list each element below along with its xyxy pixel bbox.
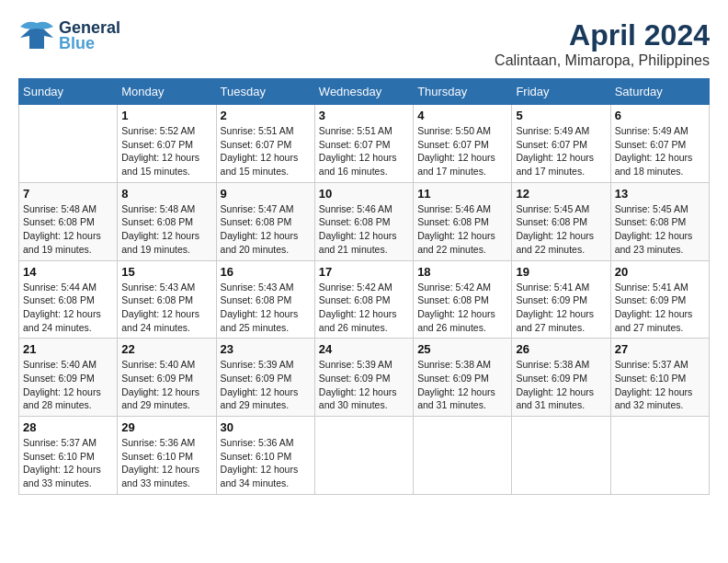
day-info: Sunrise: 5:47 AMSunset: 6:08 PMDaylight:… — [221, 202, 311, 257]
day-info: Sunrise: 5:37 AMSunset: 6:10 PMDaylight:… — [23, 436, 113, 490]
calendar-week-3: 14Sunrise: 5:44 AMSunset: 6:08 PMDayligh… — [19, 260, 710, 339]
day-info: Sunrise: 5:38 AMSunset: 6:09 PMDaylight:… — [417, 358, 507, 412]
day-info: Sunrise: 5:49 AMSunset: 6:07 PMDaylight:… — [615, 124, 705, 178]
day-info: Sunrise: 5:46 AMSunset: 6:08 PMDaylight:… — [417, 202, 507, 257]
calendar-cell: 13Sunrise: 5:45 AMSunset: 6:08 PMDayligh… — [610, 182, 709, 260]
day-info: Sunrise: 5:38 AMSunset: 6:09 PMDaylight:… — [516, 358, 606, 412]
day-info: Sunrise: 5:41 AMSunset: 6:09 PMDaylight:… — [615, 281, 705, 335]
calendar-cell: 15Sunrise: 5:43 AMSunset: 6:08 PMDayligh… — [118, 260, 216, 339]
day-number: 22 — [121, 342, 211, 356]
day-info: Sunrise: 5:37 AMSunset: 6:10 PMDaylight:… — [615, 358, 705, 412]
day-number: 16 — [221, 265, 311, 279]
calendar-cell — [19, 105, 118, 183]
day-number: 7 — [23, 187, 113, 201]
day-info: Sunrise: 5:48 AMSunset: 6:08 PMDaylight:… — [23, 202, 113, 257]
page-header: General Blue April 2024 Calintaan, Mimar… — [18, 18, 710, 69]
day-number: 24 — [319, 342, 409, 356]
calendar-cell: 26Sunrise: 5:38 AMSunset: 6:09 PMDayligh… — [512, 339, 610, 417]
day-number: 18 — [417, 265, 507, 279]
day-number: 1 — [121, 109, 211, 122]
calendar-cell: 14Sunrise: 5:44 AMSunset: 6:08 PMDayligh… — [19, 260, 118, 339]
calendar-cell: 8Sunrise: 5:48 AMSunset: 6:08 PMDaylight… — [118, 182, 216, 260]
title-block: April 2024 Calintaan, Mimaropa, Philippi… — [495, 18, 710, 69]
day-number: 25 — [417, 342, 507, 356]
day-number: 3 — [319, 109, 409, 122]
calendar-week-1: 1Sunrise: 5:52 AMSunset: 6:07 PMDaylight… — [19, 105, 710, 183]
calendar-header-row: SundayMondayTuesdayWednesdayThursdayFrid… — [19, 79, 710, 105]
day-number: 4 — [417, 109, 507, 122]
day-info: Sunrise: 5:52 AMSunset: 6:07 PMDaylight:… — [121, 124, 211, 178]
calendar-cell: 11Sunrise: 5:46 AMSunset: 6:08 PMDayligh… — [414, 182, 512, 260]
day-info: Sunrise: 5:40 AMSunset: 6:09 PMDaylight:… — [23, 358, 113, 412]
day-number: 27 — [615, 342, 705, 356]
day-number: 21 — [23, 342, 113, 356]
day-info: Sunrise: 5:49 AMSunset: 6:07 PMDaylight:… — [516, 124, 606, 178]
day-header-wednesday: Wednesday — [314, 79, 413, 105]
day-info: Sunrise: 5:46 AMSunset: 6:08 PMDaylight:… — [319, 202, 409, 257]
calendar-week-5: 28Sunrise: 5:37 AMSunset: 6:10 PMDayligh… — [19, 417, 710, 495]
day-number: 17 — [319, 265, 409, 279]
calendar-cell — [314, 417, 413, 495]
day-number: 29 — [121, 420, 211, 434]
day-number: 19 — [516, 265, 606, 279]
day-header-tuesday: Tuesday — [216, 79, 314, 105]
day-number: 28 — [23, 420, 113, 434]
calendar-cell: 29Sunrise: 5:36 AMSunset: 6:10 PMDayligh… — [118, 417, 216, 495]
calendar-cell: 18Sunrise: 5:42 AMSunset: 6:08 PMDayligh… — [414, 260, 512, 339]
calendar-cell — [414, 417, 512, 495]
day-info: Sunrise: 5:42 AMSunset: 6:08 PMDaylight:… — [319, 281, 409, 335]
logo-icon — [18, 19, 55, 52]
day-number: 6 — [615, 109, 705, 122]
day-number: 11 — [417, 187, 507, 201]
calendar-cell: 16Sunrise: 5:43 AMSunset: 6:08 PMDayligh… — [216, 260, 314, 339]
page-subtitle: Calintaan, Mimaropa, Philippines — [495, 52, 710, 69]
day-number: 9 — [221, 187, 311, 201]
day-number: 13 — [615, 187, 705, 201]
day-info: Sunrise: 5:43 AMSunset: 6:08 PMDaylight:… — [121, 281, 211, 335]
calendar-cell: 6Sunrise: 5:49 AMSunset: 6:07 PMDaylight… — [610, 105, 709, 183]
day-number: 12 — [516, 187, 606, 201]
day-info: Sunrise: 5:48 AMSunset: 6:08 PMDaylight:… — [121, 202, 211, 257]
day-header-monday: Monday — [118, 79, 216, 105]
logo: General Blue — [18, 18, 120, 53]
page-title: April 2024 — [495, 18, 710, 52]
calendar-cell: 17Sunrise: 5:42 AMSunset: 6:08 PMDayligh… — [314, 260, 413, 339]
day-number: 10 — [319, 187, 409, 201]
day-info: Sunrise: 5:39 AMSunset: 6:09 PMDaylight:… — [221, 358, 311, 412]
day-info: Sunrise: 5:40 AMSunset: 6:09 PMDaylight:… — [121, 358, 211, 412]
day-number: 20 — [615, 265, 705, 279]
calendar-cell: 9Sunrise: 5:47 AMSunset: 6:08 PMDaylight… — [216, 182, 314, 260]
calendar-cell: 20Sunrise: 5:41 AMSunset: 6:09 PMDayligh… — [610, 260, 709, 339]
day-info: Sunrise: 5:36 AMSunset: 6:10 PMDaylight:… — [121, 436, 211, 490]
day-number: 2 — [221, 109, 311, 122]
calendar-cell: 4Sunrise: 5:50 AMSunset: 6:07 PMDaylight… — [414, 105, 512, 183]
day-header-saturday: Saturday — [610, 79, 709, 105]
day-number: 8 — [121, 187, 211, 201]
calendar-cell — [610, 417, 709, 495]
calendar-cell: 12Sunrise: 5:45 AMSunset: 6:08 PMDayligh… — [512, 182, 610, 260]
calendar-week-2: 7Sunrise: 5:48 AMSunset: 6:08 PMDaylight… — [19, 182, 710, 260]
calendar-cell: 23Sunrise: 5:39 AMSunset: 6:09 PMDayligh… — [216, 339, 314, 417]
day-info: Sunrise: 5:36 AMSunset: 6:10 PMDaylight:… — [221, 436, 311, 490]
day-info: Sunrise: 5:45 AMSunset: 6:08 PMDaylight:… — [516, 202, 606, 257]
day-info: Sunrise: 5:50 AMSunset: 6:07 PMDaylight:… — [417, 124, 507, 178]
calendar-cell: 19Sunrise: 5:41 AMSunset: 6:09 PMDayligh… — [512, 260, 610, 339]
calendar-cell: 27Sunrise: 5:37 AMSunset: 6:10 PMDayligh… — [610, 339, 709, 417]
calendar-cell: 30Sunrise: 5:36 AMSunset: 6:10 PMDayligh… — [216, 417, 314, 495]
calendar-table: SundayMondayTuesdayWednesdayThursdayFrid… — [18, 78, 710, 495]
day-header-thursday: Thursday — [414, 79, 512, 105]
calendar-cell: 25Sunrise: 5:38 AMSunset: 6:09 PMDayligh… — [414, 339, 512, 417]
calendar-cell: 3Sunrise: 5:51 AMSunset: 6:07 PMDaylight… — [314, 105, 413, 183]
calendar-week-4: 21Sunrise: 5:40 AMSunset: 6:09 PMDayligh… — [19, 339, 710, 417]
calendar-cell: 10Sunrise: 5:46 AMSunset: 6:08 PMDayligh… — [314, 182, 413, 260]
calendar-cell: 1Sunrise: 5:52 AMSunset: 6:07 PMDaylight… — [118, 105, 216, 183]
calendar-cell: 2Sunrise: 5:51 AMSunset: 6:07 PMDaylight… — [216, 105, 314, 183]
calendar-cell — [512, 417, 610, 495]
day-header-friday: Friday — [512, 79, 610, 105]
day-info: Sunrise: 5:51 AMSunset: 6:07 PMDaylight:… — [319, 124, 409, 178]
calendar-cell: 28Sunrise: 5:37 AMSunset: 6:10 PMDayligh… — [19, 417, 118, 495]
calendar-cell: 24Sunrise: 5:39 AMSunset: 6:09 PMDayligh… — [314, 339, 413, 417]
calendar-cell: 21Sunrise: 5:40 AMSunset: 6:09 PMDayligh… — [19, 339, 118, 417]
calendar-cell: 5Sunrise: 5:49 AMSunset: 6:07 PMDaylight… — [512, 105, 610, 183]
day-info: Sunrise: 5:41 AMSunset: 6:09 PMDaylight:… — [516, 281, 606, 335]
